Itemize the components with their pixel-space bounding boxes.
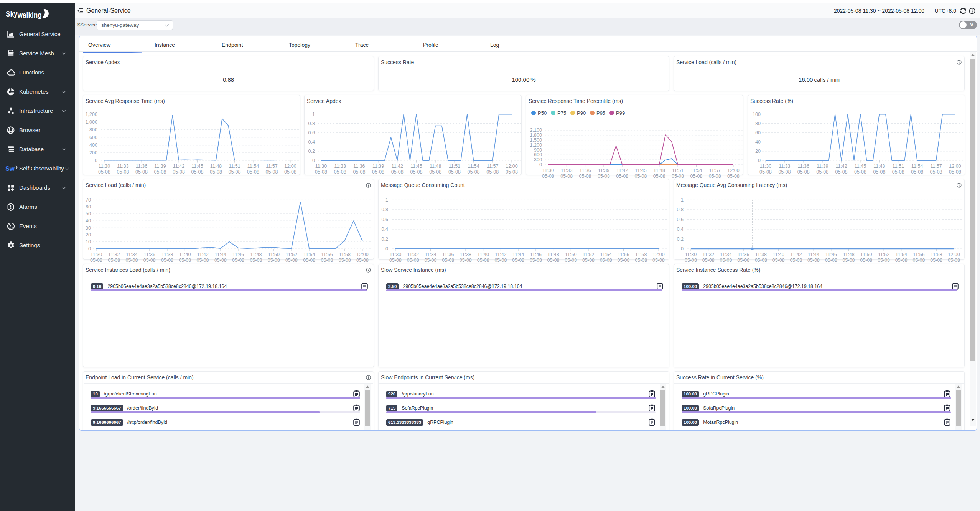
svg-text:05-08: 05-08 bbox=[389, 258, 402, 263]
svg-text:05-08: 05-08 bbox=[672, 174, 684, 179]
svg-text:11:42: 11:42 bbox=[495, 252, 506, 257]
svg-text:0.2: 0.2 bbox=[308, 149, 315, 154]
svg-text:11:56: 11:56 bbox=[913, 252, 924, 257]
svg-text:11:42: 11:42 bbox=[835, 164, 847, 169]
svg-text:11:57: 11:57 bbox=[266, 164, 277, 169]
svg-text:05-08: 05-08 bbox=[247, 169, 259, 175]
svg-text:0.4: 0.4 bbox=[381, 227, 388, 232]
svg-text:05-08: 05-08 bbox=[512, 258, 524, 263]
svg-text:05-08: 05-08 bbox=[653, 174, 665, 179]
svg-text:11:54: 11:54 bbox=[896, 252, 907, 257]
svg-text:11:56: 11:56 bbox=[618, 252, 629, 257]
svg-text:11:51: 11:51 bbox=[449, 164, 460, 169]
svg-text:20: 20 bbox=[86, 232, 91, 238]
svg-text:11:30: 11:30 bbox=[685, 252, 697, 257]
svg-text:05-08: 05-08 bbox=[635, 174, 647, 179]
svg-text:0: 0 bbox=[681, 246, 684, 251]
svg-text:11:39: 11:39 bbox=[154, 164, 166, 169]
svg-text:05-08: 05-08 bbox=[565, 258, 577, 263]
svg-text:1: 1 bbox=[385, 197, 388, 203]
svg-text:05-08: 05-08 bbox=[210, 169, 222, 175]
svg-text:11:39: 11:39 bbox=[598, 168, 609, 173]
svg-text:05-08: 05-08 bbox=[720, 258, 732, 263]
svg-text:05-08: 05-08 bbox=[266, 169, 278, 175]
svg-text:05-08: 05-08 bbox=[772, 258, 785, 263]
svg-text:05-08: 05-08 bbox=[600, 258, 612, 263]
svg-text:05-08: 05-08 bbox=[737, 258, 749, 263]
svg-text:11:58: 11:58 bbox=[931, 252, 942, 257]
svg-text:11:45: 11:45 bbox=[855, 164, 866, 169]
svg-text:0: 0 bbox=[758, 158, 761, 163]
svg-text:05-08: 05-08 bbox=[214, 258, 227, 263]
svg-text:800: 800 bbox=[89, 127, 97, 132]
svg-text:11:52: 11:52 bbox=[878, 252, 889, 257]
svg-text:05-08: 05-08 bbox=[442, 258, 454, 263]
svg-text:05-08: 05-08 bbox=[154, 169, 166, 175]
svg-text:11:36: 11:36 bbox=[442, 252, 454, 257]
svg-text:05-08: 05-08 bbox=[930, 258, 942, 263]
svg-text:0.4: 0.4 bbox=[677, 227, 684, 232]
svg-text:40: 40 bbox=[86, 218, 91, 223]
svg-text:1: 1 bbox=[681, 197, 684, 203]
svg-text:05-08: 05-08 bbox=[391, 169, 404, 175]
svg-text:11:51: 11:51 bbox=[672, 168, 684, 173]
svg-text:11:40: 11:40 bbox=[179, 252, 191, 257]
svg-text:11:32: 11:32 bbox=[703, 252, 714, 257]
svg-text:05-08: 05-08 bbox=[878, 258, 890, 263]
svg-text:400: 400 bbox=[89, 142, 97, 148]
svg-text:05-08: 05-08 bbox=[506, 169, 518, 175]
svg-text:05-08: 05-08 bbox=[755, 258, 767, 263]
svg-text:11:56: 11:56 bbox=[321, 252, 333, 257]
svg-text:11:50: 11:50 bbox=[860, 252, 872, 257]
svg-text:60: 60 bbox=[755, 130, 761, 136]
svg-text:11:42: 11:42 bbox=[173, 164, 184, 169]
svg-text:P50: P50 bbox=[538, 110, 547, 116]
svg-text:P75: P75 bbox=[557, 110, 566, 116]
svg-text:05-08: 05-08 bbox=[268, 258, 280, 263]
svg-text:05-08: 05-08 bbox=[579, 174, 591, 179]
svg-text:30: 30 bbox=[86, 225, 91, 231]
svg-text:05-08: 05-08 bbox=[321, 258, 333, 263]
svg-text:11:44: 11:44 bbox=[512, 252, 524, 257]
svg-text:05-08: 05-08 bbox=[232, 258, 244, 263]
svg-text:11:33: 11:33 bbox=[117, 164, 128, 169]
svg-text:11:42: 11:42 bbox=[790, 252, 802, 257]
svg-text:11:42: 11:42 bbox=[392, 164, 403, 169]
svg-text:12:00: 12:00 bbox=[506, 164, 517, 169]
svg-text:05-08: 05-08 bbox=[949, 169, 961, 175]
svg-text:05-08: 05-08 bbox=[303, 258, 315, 263]
svg-text:11:32: 11:32 bbox=[407, 252, 419, 257]
svg-text:05-08: 05-08 bbox=[530, 258, 542, 263]
svg-text:05-08: 05-08 bbox=[468, 169, 480, 175]
svg-text:40: 40 bbox=[755, 139, 761, 145]
svg-text:05-08: 05-08 bbox=[98, 169, 110, 175]
svg-text:11:39: 11:39 bbox=[817, 164, 828, 169]
svg-text:11:50: 11:50 bbox=[268, 252, 280, 257]
svg-text:11:30: 11:30 bbox=[315, 164, 327, 169]
svg-text:05-08: 05-08 bbox=[635, 258, 647, 263]
svg-text:11:57: 11:57 bbox=[709, 168, 721, 173]
svg-text:05-08: 05-08 bbox=[892, 169, 904, 175]
svg-text:05-08: 05-08 bbox=[460, 258, 472, 263]
svg-text:05-08: 05-08 bbox=[143, 258, 156, 263]
svg-text:11:39: 11:39 bbox=[372, 164, 384, 169]
svg-text:05-08: 05-08 bbox=[161, 258, 173, 263]
svg-text:11:58: 11:58 bbox=[339, 252, 351, 257]
svg-text:05-08: 05-08 bbox=[778, 169, 791, 175]
svg-text:70: 70 bbox=[86, 197, 91, 203]
svg-text:11:36: 11:36 bbox=[144, 252, 155, 257]
svg-text:0.4: 0.4 bbox=[308, 139, 315, 145]
svg-text:50: 50 bbox=[86, 211, 91, 217]
svg-text:11:45: 11:45 bbox=[410, 164, 422, 169]
svg-text:11:44: 11:44 bbox=[808, 252, 819, 257]
svg-text:1: 1 bbox=[312, 112, 315, 117]
svg-text:11:54: 11:54 bbox=[247, 164, 259, 169]
svg-text:05-08: 05-08 bbox=[797, 169, 810, 175]
svg-text:0.8: 0.8 bbox=[308, 121, 315, 126]
svg-text:80: 80 bbox=[755, 121, 761, 126]
svg-text:12:00: 12:00 bbox=[284, 164, 296, 169]
svg-text:11:54: 11:54 bbox=[911, 164, 923, 169]
svg-text:11:30: 11:30 bbox=[91, 252, 102, 257]
svg-text:11:54: 11:54 bbox=[303, 252, 315, 257]
svg-text:11:52: 11:52 bbox=[583, 252, 594, 257]
